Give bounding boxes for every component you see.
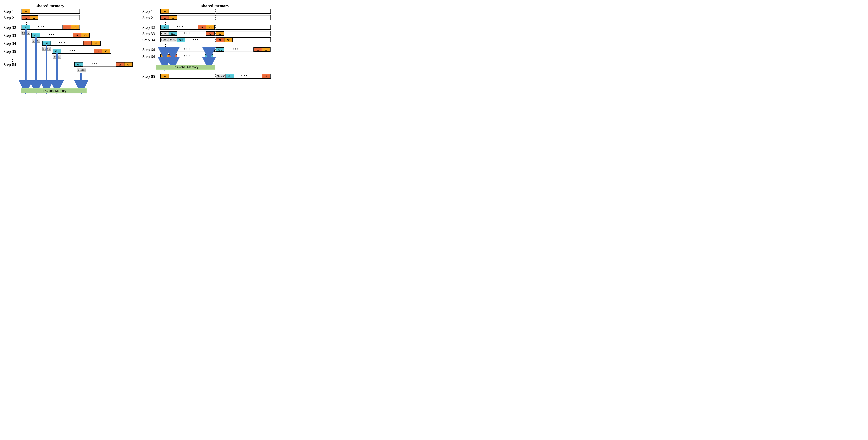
step-label: Step 32 [3,25,21,30]
cell-t31: t31 [53,49,61,53]
cell-t0: t0 [71,25,79,29]
cell-t31: t31 [216,48,224,52]
left-step-row: Step 32 t31 ••• t1 t0 [3,25,125,30]
right-step-row: Step 1 t0 [142,9,285,14]
right-step-row: Step 32 t31 ••• t1 t0 [142,25,285,30]
cell-t1: t1 [169,54,177,59]
left-panel: shared memory Step 1 t0 Step 2 t1 t0 •••… [3,3,125,93]
step-label: Step 32 [142,25,160,30]
step-label: Step 64 [142,48,160,52]
dots-icon: ••• [92,62,98,66]
dots-icon: ••• [59,41,66,45]
right-step-row: Step 33 Block 0 t31 ••• t1 t0 [142,31,285,36]
step-label: Step 34 [142,38,160,42]
right-step-row: Step 34 Block 0 Block 1 t31 ••• t1 t0 [142,37,285,42]
left-title: shared memory [21,3,80,8]
cell-t1: t1 [262,74,270,78]
dots-icon: ••• [49,33,55,37]
step-label: Step 33 [142,31,160,36]
cell-t1: t1 [94,49,102,53]
right-step-row: Step 64+ t0 t1 ••• t31 [142,54,285,59]
right-step-row: Step 64 Block 0 Block 1 ••• Block 31 t31… [142,47,285,52]
divider-line [215,74,216,78]
cell-t0: t0 [224,38,232,42]
cell-t0: t0 [160,54,169,59]
step-label: Step 2 [3,15,21,20]
cell-t1: t1 [62,25,71,29]
left-step-row: Step 64 t31 ••• t1 t0 [3,62,125,67]
cell-t0: t0 [30,15,38,20]
block-cell: Block 1 [169,38,177,42]
vertical-dots: ••• [26,21,125,25]
dots-icon: ••• [193,37,199,41]
left-step-row: Step 35 t31 ••• t1 t0 [3,49,125,54]
cell-t31: t31 [177,38,185,42]
block-tag: Block 3 [53,55,61,59]
cell-t31: t31 [32,33,40,37]
cell-t31: t31 [42,41,51,45]
cell-t0: t0 [206,25,215,29]
cell-t1: t1 [160,15,169,20]
vertical-dots: ••• [12,59,125,62]
cell-t0: t0 [160,74,169,78]
cell-t0: t0 [81,33,90,37]
left-step-row: Step 1 t0 [3,9,125,14]
divider-line [215,31,216,36]
cell-t31: t31 [169,31,177,36]
block-cell: Block 0 [160,48,169,52]
left-step-row: Step 33 t31 ••• t1 t0 [3,33,125,38]
cell-t1: t1 [198,25,206,29]
global-memory-box: To Global Memory [21,88,87,93]
dots-icon: ••• [184,47,191,51]
step-label: Step 1 [142,9,160,14]
dots-icon: ••• [38,25,45,29]
cell-t0: t0 [102,49,111,53]
cell-t31: t31 [160,25,169,29]
cell-t0: t0 [92,41,100,45]
cell-t31: t31 [75,62,83,66]
block-cell: Block 0 [160,38,169,42]
block-cell: Block 1 [169,48,177,52]
step-label: Step 64 [3,62,19,67]
dots-icon: ••• [177,25,184,29]
cell-t0: t0 [169,15,177,20]
right-title: shared memory [160,3,271,8]
divider-line [215,15,216,20]
cell-t1: t1 [116,62,124,66]
dots-icon: ••• [69,49,76,53]
global-memory-box: To Global Memory [156,65,215,70]
right-panel: shared memory Step 1 t0 Step 2 t1 t0 •••… [142,3,285,80]
vertical-dots: ••• [165,43,285,47]
dots-icon: ••• [232,47,239,51]
vertical-dots: ••• [165,21,285,25]
cell-t1: t1 [22,15,30,20]
step-label: Step 65 [142,74,160,79]
cell-t1: t1 [253,48,262,52]
dots-icon: ••• [184,54,191,58]
cell-t1: t1 [216,38,224,42]
cell-t1: t1 [73,33,81,37]
cell-t31: t31 [22,25,30,29]
cell-t0: t0 [160,9,169,13]
cell-t0: t0 [262,48,270,52]
cell-t31: t31 [205,54,213,59]
cell-t0: t0 [216,31,224,36]
cell-t1: t1 [83,41,92,45]
cell-t0: t0 [22,9,30,13]
cell-t0: t0 [124,62,133,66]
left-step-row: Step 34 t31 ••• t1 t0 [3,41,125,46]
divider-line [215,25,216,30]
step-label: Step 2 [142,15,160,20]
step-label: Step 1 [3,9,21,14]
divider-line [215,9,216,14]
divider-line [215,37,216,42]
block-cell: Block 31 [205,48,215,52]
block-cell: Block 32 [216,74,226,78]
block-cell: Block 0 [160,31,169,36]
cell-t31: t31 [226,74,234,78]
step-label: Step 64+ [142,54,160,59]
right-step-row: Step 2 t1 t0 [142,15,285,20]
block-tag: Block 32 [77,68,86,72]
left-step-row: Step 2 t1 t0 [3,15,125,20]
dots-icon: ••• [241,74,248,78]
